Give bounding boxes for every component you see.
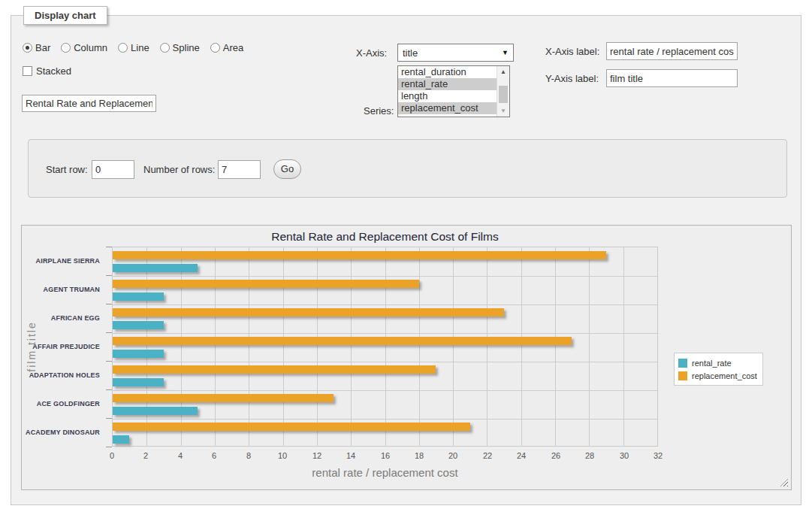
x-tick-label: 24 xyxy=(506,451,536,460)
chart-type-option-column: Column xyxy=(61,42,107,53)
radio-line[interactable] xyxy=(118,43,128,53)
x-tick-label: 0 xyxy=(97,451,127,460)
x-tick-label: 4 xyxy=(165,451,195,460)
x-tick-label: 30 xyxy=(609,451,639,460)
y-tick-mark xyxy=(106,247,112,247)
x-axis-selected-value: title xyxy=(403,47,418,59)
x-tick-label: 14 xyxy=(336,451,366,460)
row-controls-panel: Start row: Number of rows: Go xyxy=(28,139,787,198)
x-tick-label: 26 xyxy=(541,451,571,460)
bar-rental_rate xyxy=(113,378,164,386)
bar-replacement_cost xyxy=(113,280,419,288)
chart-band-0 xyxy=(113,247,657,276)
bar-replacement_cost xyxy=(113,394,334,402)
scroll-down-icon[interactable]: ▼ xyxy=(497,105,509,117)
legend-label: rental_rate xyxy=(692,359,732,368)
category-label: AFFAIR PREJUDICE xyxy=(22,332,106,361)
chart-title-input[interactable] xyxy=(22,95,156,112)
chart-x-axis-title: rental rate / replacement cost xyxy=(112,466,658,479)
x-tick-label: 28 xyxy=(575,451,605,460)
bar-rental_rate xyxy=(113,435,129,444)
display-chart-fieldset: Display chart BarColumnLineSplineArea St… xyxy=(11,15,801,505)
stacked-checkbox-row: Stacked xyxy=(23,65,71,77)
radio-label: Area xyxy=(223,42,243,53)
chart-band-2 xyxy=(113,304,657,333)
radio-bar[interactable] xyxy=(23,43,32,53)
chart-band-5 xyxy=(113,390,657,419)
series-option-replacement_cost[interactable]: replacement_cost xyxy=(398,102,497,114)
scrollbar-thumb[interactable] xyxy=(499,86,508,103)
category-label: AGENT TRUMAN xyxy=(22,275,106,304)
legend-swatch xyxy=(678,371,687,380)
series-option-rental_rate[interactable]: rental_rate xyxy=(398,78,497,90)
radio-label: Bar xyxy=(35,42,50,53)
x-tick-label: 18 xyxy=(404,451,434,460)
bar-replacement_cost xyxy=(113,337,572,345)
y-tick-mark xyxy=(106,275,112,276)
start-row-input[interactable] xyxy=(92,160,134,179)
bar-rental_rate xyxy=(113,321,164,329)
chart-band-6 xyxy=(113,419,657,447)
category-label: ADAPTATION HOLES xyxy=(22,361,106,389)
chevron-down-icon: ▼ xyxy=(502,49,509,56)
resize-grip-icon[interactable] xyxy=(780,479,788,486)
fieldset-legend: Display chart xyxy=(23,6,107,25)
chart-title: Rental Rate and Replacement Cost of Film… xyxy=(112,230,658,244)
chart-legend: rental_ratereplacement_cost xyxy=(674,353,763,386)
x-axis-select-label: X-Axis: xyxy=(356,47,387,59)
bar-rental_rate xyxy=(113,407,198,415)
y-tick-mark xyxy=(106,418,112,419)
chart-type-option-area: Area xyxy=(210,42,243,53)
number-of-rows-input[interactable] xyxy=(218,160,261,179)
chart-band-3 xyxy=(113,333,657,362)
radio-area[interactable] xyxy=(210,43,220,53)
category-label: ACADEMY DINOSAUR xyxy=(22,418,106,447)
y-axis-label-input[interactable] xyxy=(606,69,738,87)
bar-rental_rate xyxy=(113,264,198,272)
x-axis-select[interactable]: title ▼ xyxy=(397,44,514,62)
bar-rental_rate xyxy=(113,350,164,358)
series-option-rental_duration[interactable]: rental_duration xyxy=(398,66,497,78)
x-tick-label: 8 xyxy=(234,451,264,460)
go-button[interactable]: Go xyxy=(273,159,301,179)
y-tick-mark xyxy=(106,447,112,447)
y-tick-mark xyxy=(106,304,112,304)
bar-replacement_cost xyxy=(113,423,470,431)
chart-band-1 xyxy=(113,276,657,304)
chart-plot-area xyxy=(112,247,658,447)
stacked-label: Stacked xyxy=(36,65,71,77)
scroll-up-icon[interactable]: ▲ xyxy=(497,66,509,77)
chart-type-radio-group: BarColumnLineSplineArea xyxy=(23,42,249,53)
radio-label: Column xyxy=(74,42,107,53)
number-of-rows-label: Number of rows: xyxy=(143,164,215,175)
x-axis-label-input[interactable] xyxy=(606,42,738,60)
chart-band-4 xyxy=(113,362,657,390)
y-tick-mark xyxy=(106,361,112,362)
x-tick-label: 12 xyxy=(302,451,332,460)
y-axis-label-field-label: Y-Axis label: xyxy=(545,73,599,84)
x-tick-label: 20 xyxy=(438,451,468,460)
chart-type-option-bar: Bar xyxy=(23,42,50,53)
bar-replacement_cost xyxy=(113,365,436,374)
radio-spline[interactable] xyxy=(160,43,170,53)
legend-swatch xyxy=(678,359,687,368)
radio-label: Spline xyxy=(173,42,200,53)
stacked-checkbox[interactable] xyxy=(23,66,32,76)
chart-container: Rental Rate and Replacement Cost of Film… xyxy=(21,225,792,490)
legend-item-replacement_cost: replacement_cost xyxy=(678,369,757,382)
y-tick-mark xyxy=(106,332,112,333)
series-multiselect[interactable]: rental_durationrental_ratelengthreplacem… xyxy=(397,65,510,117)
x-tick-label: 16 xyxy=(370,451,400,460)
category-label: AFRICAN EGG xyxy=(22,304,106,332)
bar-replacement_cost xyxy=(113,308,504,317)
chart-type-option-spline: Spline xyxy=(160,42,200,53)
y-tick-mark xyxy=(106,389,112,390)
series-option-length[interactable]: length xyxy=(398,90,497,102)
x-axis-label-field-label: X-Axis label: xyxy=(545,46,599,57)
bar-replacement_cost xyxy=(113,251,606,259)
legend-label: replacement_cost xyxy=(692,371,757,380)
radio-column[interactable] xyxy=(61,43,71,53)
x-tick-label: 22 xyxy=(472,451,503,460)
legend-item-rental_rate: rental_rate xyxy=(678,356,757,369)
series-list-scrollbar[interactable]: ▲ ▼ xyxy=(497,66,509,117)
